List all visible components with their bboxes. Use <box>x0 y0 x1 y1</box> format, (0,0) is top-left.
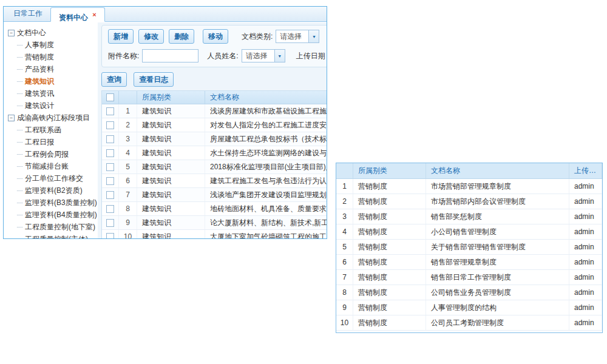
row-checkbox[interactable] <box>106 107 114 115</box>
filter-box: 新增 修改 删除 移动 文档类别: 请选择 ▼ 文档 附件名称: 人员姓名: <box>101 25 327 67</box>
category-select[interactable]: 请选择 ▼ <box>276 30 319 43</box>
collapse-icon[interactable]: − <box>8 30 15 36</box>
table-row[interactable]: 8 营销制度 公司销售业务员管理制度 admin <box>336 285 602 300</box>
edit-button[interactable]: 修改 <box>138 29 164 44</box>
tree-node[interactable]: 建筑资讯 <box>8 87 98 99</box>
tree-node[interactable]: 监理资料(B3质量控制) <box>8 197 98 209</box>
cell-name: 市场营销部管理规章制度 <box>426 179 569 194</box>
tree-node[interactable]: 监理资料(B2资质) <box>8 184 98 197</box>
cell-name: 市场营销部内部会议管理制度 <box>426 194 569 209</box>
table-row[interactable]: 10 建筑知识 大厦地下室加气砼墙砌筑工程的施工方 <box>102 230 327 239</box>
delete-button[interactable]: 删除 <box>169 29 194 44</box>
table-row[interactable]: 1 营销制度 市场营销部管理规章制度 admin <box>336 179 602 194</box>
document-list-area: 新增 修改 删除 移动 文档类别: 请选择 ▼ 文档 附件名称: 人员姓名: <box>98 22 327 238</box>
header-name: 文档名称 <box>205 91 327 104</box>
cell-uploader: admin <box>569 194 602 209</box>
tree-node[interactable]: 节能减排台账 <box>8 160 98 172</box>
document-grid: 所属别类 文档名称 1 建筑知识 浅谈房屋建筑和市政基础设施工程施工 2 建筑知… <box>101 90 327 239</box>
table-row[interactable]: 6 营销制度 销售部管理规章制度 admin <box>336 255 602 270</box>
table-row[interactable]: 10 营销制度 公司员工考勤管理制度 admin <box>336 315 602 331</box>
cell-uploader: admin <box>569 179 602 194</box>
table-row[interactable]: 4 建筑知识 水土保持生态环境监测网络的建设与资 <box>102 146 327 160</box>
row-checkbox[interactable] <box>106 163 114 171</box>
tree-node[interactable]: −文档中心 <box>8 27 98 39</box>
tree-node-label: 监理资料(B4质量控制) <box>25 211 97 219</box>
table-row[interactable]: 4 营销制度 小公司销售管理制度 admin <box>336 224 602 240</box>
move-button[interactable]: 移动 <box>203 29 228 44</box>
tab-bar: 日常工作 资料中心 × <box>4 7 327 22</box>
tree-node[interactable]: 建筑设计 <box>8 99 98 112</box>
table-row[interactable]: 7 建筑知识 浅谈地产集团开发建设项目监理规划编 <box>102 188 327 202</box>
person-label: 人员姓名: <box>207 51 238 61</box>
table-row[interactable]: 5 营销制度 关于销售部管理销售管理制度 admin <box>336 240 602 255</box>
table-row[interactable]: 3 建筑知识 房屋建筑工程总承包投标书（技术标） <box>102 132 327 146</box>
tab-label: 日常工作 <box>13 9 42 18</box>
tree-node-label: 建筑资讯 <box>25 89 54 98</box>
tree-node[interactable]: 工程日报 <box>8 136 98 148</box>
cell-index: 9 <box>336 300 353 315</box>
tree-node[interactable]: 监理资料(B4质量控制) <box>8 209 98 221</box>
cell-category: 营销制度 <box>353 240 426 254</box>
select-all-checkbox[interactable] <box>106 93 114 101</box>
tree-node[interactable]: 工程联系函 <box>8 124 98 136</box>
table-row[interactable]: 5 建筑知识 2018标准化监理项目部(业主项目部)人员 <box>102 160 327 174</box>
panel-body: −文档中心 人事制度 营销制度 产品资料 建筑知识 建筑资讯 建筑设计 −成渝高… <box>4 22 327 238</box>
tree-node-label: 营销制度 <box>25 53 54 61</box>
row-checkbox[interactable] <box>106 177 114 185</box>
tree-node[interactable]: 营销制度 <box>8 51 98 63</box>
actions-row: 查询 查看日志 <box>101 72 327 87</box>
tree-node[interactable]: 产品资料 <box>8 63 98 75</box>
cell-index: 6 <box>119 174 137 187</box>
tree-node[interactable]: 人事制度 <box>8 39 98 51</box>
tree-node[interactable]: −成渝高铁内江标段项目 <box>8 112 98 124</box>
tree-node-label: 产品资料 <box>25 65 54 73</box>
header-category: 所属别类 <box>137 91 205 104</box>
table-row[interactable]: 6 建筑知识 建筑工程施工发包与承包违法行为认定 <box>102 174 327 188</box>
row-checkbox[interactable] <box>106 191 114 199</box>
tree-branch-line <box>17 69 22 70</box>
cell-index: 3 <box>336 209 353 224</box>
table-row[interactable]: 9 营销制度 人事管理制度的结构 admin <box>336 300 602 315</box>
row-checkbox[interactable] <box>106 149 114 157</box>
tree-node-label: 成渝高铁内江标段项目 <box>17 113 90 122</box>
table-row[interactable]: 9 建筑知识 论大厦新材料、新结构、新技术,新工艺 <box>102 216 327 230</box>
tree-node[interactable]: 分工单位工作移交 <box>8 172 98 184</box>
cell-category: 建筑知识 <box>137 104 205 118</box>
table-row[interactable]: 2 建筑知识 对发包人指定分包的工程施工进度安排 <box>102 118 327 132</box>
row-checkbox[interactable] <box>106 121 114 129</box>
tree-node-label: 分工单位工作移交 <box>25 174 83 183</box>
query-button[interactable]: 查询 <box>101 72 127 87</box>
tab-daily-work[interactable]: 日常工作 <box>5 7 50 21</box>
table-row[interactable]: 1 建筑知识 浅谈房屋建筑和市政基础设施工程施工 <box>102 104 327 118</box>
table-row[interactable]: 8 建筑知识 地砖地面材料、机具准备、质量要求及 <box>102 202 327 216</box>
cell-category: 营销制度 <box>353 224 426 239</box>
tree-branch-line <box>17 215 22 215</box>
view-log-button[interactable]: 查看日志 <box>134 72 174 87</box>
tree-branch-line <box>17 45 22 46</box>
add-button[interactable]: 新增 <box>108 29 134 44</box>
tree-node[interactable]: 工程例会周报 <box>8 148 98 160</box>
table-row[interactable]: 3 营销制度 销售部奖惩制度 admin <box>336 209 602 224</box>
category-select-value: 请选择 <box>276 32 302 42</box>
tree-node-label: 建筑知识 <box>25 77 54 86</box>
row-checkbox[interactable] <box>106 135 114 143</box>
person-select[interactable]: 请选择 ▼ <box>242 49 285 62</box>
table-row[interactable]: 7 营销制度 销售部日常工作管理制度 admin <box>336 270 602 285</box>
row-checkbox[interactable] <box>106 233 114 240</box>
tab-data-center[interactable]: 资料中心 × <box>50 7 105 22</box>
tree-node[interactable]: 工程质量控制(主体) <box>8 233 98 238</box>
cell-index: 7 <box>336 270 353 285</box>
close-tab-icon[interactable]: × <box>92 11 96 18</box>
tree-node[interactable]: 工程质量控制(地下室) <box>8 221 98 233</box>
tree-node-label: 监理资料(B3质量控制) <box>25 198 97 207</box>
attachment-name-input[interactable] <box>142 49 198 62</box>
collapse-icon[interactable]: − <box>8 115 15 121</box>
cell-index: 4 <box>336 224 353 239</box>
cell-name: 论大厦新材料、新结构、新技术,新工艺 <box>205 216 327 229</box>
table-row[interactable]: 2 营销制度 市场营销部内部会议管理制度 admin <box>336 194 602 209</box>
tree-node-label: 工程质量控制(地下室) <box>25 223 95 231</box>
tree-node-selected[interactable]: 建筑知识 <box>8 75 98 87</box>
row-checkbox[interactable] <box>106 219 114 227</box>
cell-category: 营销制度 <box>353 255 426 269</box>
row-checkbox[interactable] <box>106 205 114 213</box>
